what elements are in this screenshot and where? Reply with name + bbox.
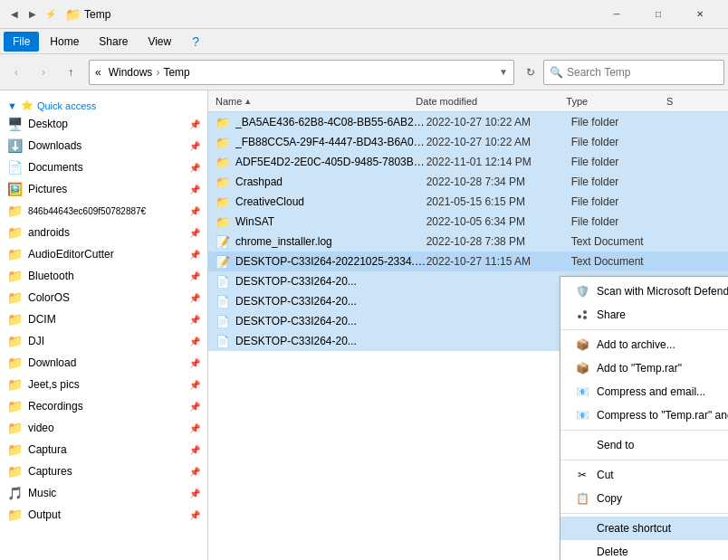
table-row[interactable]: 📁 WinSAT 2022-10-05 6:34 PM File folder (208, 212, 728, 232)
ctx-compress-email[interactable]: 📧 Compress and email... (560, 380, 728, 403)
help-button[interactable]: ? (186, 32, 206, 52)
sidebar-item-captures[interactable]: 📁 Captures 📌 (0, 460, 207, 482)
table-row[interactable]: 📁 _FB88CC5A-29F4-4447-BD43-B6A0714E7... … (208, 132, 728, 152)
sidebar-label-androids: androids (28, 226, 186, 239)
up-button[interactable]: ↑ (58, 60, 83, 85)
quick-access-header[interactable]: ▼ ⭐ Quick access (0, 94, 207, 113)
sidebar-item-pictures[interactable]: 🖼️ Pictures 📌 (0, 178, 207, 200)
sidebar-item-dcim[interactable]: 📁 DCIM 📌 (0, 308, 207, 330)
defender-icon: 🛡️ (575, 284, 589, 299)
table-row[interactable]: 📁 CreativeCloud 2021-05-15 6:15 PM File … (208, 192, 728, 212)
search-bar[interactable]: 🔍 (543, 60, 724, 85)
ctx-label-add-temp-rar: Add to "Temp.rar" (597, 362, 728, 375)
col-header-name[interactable]: Name ▲ (216, 96, 416, 107)
send-to-icon (575, 438, 589, 452)
pin-icon-download: 📌 (189, 358, 200, 368)
sidebar-label-jeet: Jeet,s pics (28, 378, 186, 391)
forward-icon: ▶ (25, 7, 40, 22)
sidebar-item-music[interactable]: 🎵 Music 📌 (0, 482, 207, 504)
menu-share[interactable]: Share (90, 32, 137, 52)
menu-file[interactable]: File (4, 32, 39, 52)
sidebar-item-captura[interactable]: 📁 Captura 📌 (0, 439, 207, 460)
file-date: 2022-10-27 10:22 AM (426, 136, 571, 148)
ctx-archive[interactable]: 📦 Add to archive... (560, 333, 728, 356)
sidebar-item-recordings[interactable]: 📁 Recordings 📌 (0, 395, 207, 417)
file-name: Crashpad (235, 176, 426, 188)
search-icon: 🔍 (550, 66, 563, 79)
file-type: File folder (571, 176, 666, 188)
sidebar-label-output: Output (28, 508, 186, 521)
sidebar-item-dji[interactable]: 📁 DJI 📌 (0, 330, 207, 352)
table-row[interactable]: 📁 ADF5E4D2-2E0C-405D-9485-7803B291BE... … (208, 152, 728, 172)
title-bar: ◀ ▶ ⚡ 📁 Temp ─ □ ✕ (0, 0, 728, 29)
pin-icon-music: 📌 (189, 489, 200, 498)
table-row[interactable]: 📁 Crashpad 2022-10-28 7:34 PM File folde… (208, 172, 728, 192)
file-name: CreativeCloud (235, 195, 426, 208)
sidebar-label-desktop: Desktop (28, 118, 186, 130)
sidebar-item-download[interactable]: 📁 Download 📌 (0, 352, 207, 374)
ctx-send-to[interactable]: Send to › (560, 433, 728, 457)
pin-icon-desktop: 📌 (189, 119, 200, 129)
sort-arrow-name: ▲ (244, 97, 252, 106)
menu-view[interactable]: View (139, 32, 180, 52)
sidebar-item-audio[interactable]: 📁 AudioEditorCutter 📌 (0, 243, 207, 265)
address-bar[interactable]: « Windows › Temp ▼ (89, 60, 514, 85)
ctx-add-temp-rar[interactable]: 📦 Add to "Temp.rar" (560, 356, 728, 380)
col-header-date[interactable]: Date modified (416, 96, 566, 107)
file-name: DESKTOP-C33I264-20... (235, 295, 426, 308)
coloros-icon: 📁 (7, 290, 23, 305)
maximize-button[interactable]: □ (637, 0, 679, 29)
sidebar-item-jeet[interactable]: 📁 Jeet,s pics 📌 (0, 374, 207, 395)
col-header-size[interactable]: S (666, 96, 721, 107)
pin-icon-video: 📌 (189, 423, 200, 433)
forward-button[interactable]: › (31, 60, 56, 85)
ctx-create-shortcut[interactable]: Create shortcut ⬅ (560, 517, 728, 540)
ctx-scan[interactable]: 🛡️ Scan with Microsoft Defender... (560, 280, 728, 303)
file-date: 2022-10-27 10:22 AM (426, 116, 571, 128)
cut-icon: ✂ (575, 468, 589, 482)
table-row[interactable]: 📝 chrome_installer.log 2022-10-28 7:38 P… (208, 232, 728, 252)
sidebar-item-bluetooth[interactable]: 📁 Bluetooth 📌 (0, 265, 207, 287)
path-item-windows[interactable]: Windows (109, 66, 153, 79)
ctx-label-scan: Scan with Microsoft Defender... (597, 285, 728, 298)
sidebar-item-desktop[interactable]: 🖥️ Desktop 📌 (0, 113, 207, 135)
search-input[interactable] (567, 66, 718, 79)
table-row[interactable]: 📁 _BA5AE436-62B8-4C08-BB55-6AB2030E4... … (208, 112, 728, 132)
back-button[interactable]: ‹ (4, 60, 29, 85)
address-dropdown-icon[interactable]: ▼ (499, 67, 508, 77)
sidebar-item-downloads[interactable]: ⬇️ Downloads 📌 (0, 135, 207, 157)
file-name: DESKTOP-C33I264-20... (235, 335, 426, 347)
sidebar-item-video[interactable]: 📁 video 📌 (0, 417, 207, 439)
close-button[interactable]: ✕ (679, 0, 721, 29)
file-date: 2022-11-01 12:14 PM (426, 156, 571, 168)
recordings-icon: 📁 (7, 399, 23, 413)
sidebar-item-androids[interactable]: 📁 androids 📌 (0, 222, 207, 243)
menu-home[interactable]: Home (41, 32, 88, 52)
main-content: ▼ ⭐ Quick access 🖥️ Desktop 📌 ⬇️ Downloa… (0, 90, 728, 560)
sidebar: ▼ ⭐ Quick access 🖥️ Desktop 📌 ⬇️ Downloa… (0, 90, 208, 560)
path-item-temp[interactable]: Temp (163, 66, 189, 79)
ctx-copy[interactable]: 📋 Copy (560, 487, 728, 510)
ctx-delete[interactable]: Delete (560, 540, 728, 560)
quick-access-label: Quick access (37, 100, 96, 111)
copy-icon: 📋 (575, 491, 589, 506)
sidebar-item-output[interactable]: 📁 Output 📌 (0, 504, 207, 526)
refresh-button[interactable]: ↻ (520, 62, 541, 83)
ctx-compress-temp-email[interactable]: 📧 Compress to "Temp.rar" and email (560, 403, 728, 427)
ctx-sep4 (560, 513, 728, 514)
compress-email-icon: 📧 (575, 384, 589, 399)
sidebar-item-documents[interactable]: 📄 Documents 📌 (0, 157, 207, 178)
nav-buttons: ‹ › ↑ (4, 60, 83, 85)
col-header-type[interactable]: Type (566, 96, 666, 107)
ctx-cut[interactable]: ✂ Cut (560, 463, 728, 487)
sidebar-label-bluetooth: Bluetooth (28, 270, 186, 282)
pictures-icon: 🖼️ (7, 182, 23, 196)
sidebar-item-846b[interactable]: 📁 846b44643ec609f50782887€ 📌 (0, 200, 207, 222)
table-row[interactable]: 📝 DESKTOP-C33I264-20221025-2334.log 2022… (208, 252, 728, 271)
ctx-share[interactable]: Share (560, 303, 728, 327)
dji-icon: 📁 (7, 334, 23, 348)
sidebar-label-recordings: Recordings (28, 400, 186, 413)
sidebar-item-coloros[interactable]: 📁 ColorOS 📌 (0, 287, 207, 308)
file-date: 2022-10-05 6:34 PM (426, 215, 571, 228)
minimize-button[interactable]: ─ (596, 0, 637, 29)
